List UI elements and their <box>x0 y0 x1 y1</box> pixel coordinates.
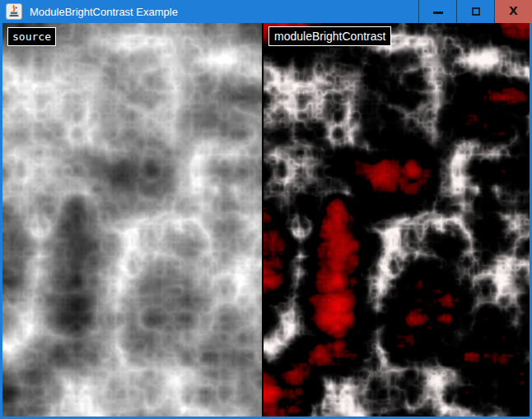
minimize-icon <box>433 12 443 14</box>
source-label: source <box>7 27 56 46</box>
image-grid: source moduleBrightContrast <box>2 23 530 417</box>
panel-modulebrightcontrast: moduleBrightContrast <box>264 23 530 417</box>
close-icon: X <box>509 5 518 16</box>
panel-source: source <box>2 23 262 417</box>
window-title: ModuleBrightContrast Example <box>30 6 418 18</box>
titlebar[interactable]: ModuleBrightContrast Example X <box>0 0 532 23</box>
java-coffee-icon <box>7 5 21 18</box>
modulebrightcontrast-image <box>264 23 530 417</box>
maximize-button[interactable] <box>456 0 494 23</box>
minimize-button[interactable] <box>418 0 456 23</box>
source-image <box>2 23 262 417</box>
app-window: ModuleBrightContrast Example X source mo… <box>0 0 532 419</box>
modulebrightcontrast-label: moduleBrightContrast <box>268 26 391 46</box>
java-app-icon[interactable] <box>6 3 22 20</box>
maximize-icon <box>472 7 480 16</box>
close-button[interactable]: X <box>494 0 532 23</box>
titlebar-buttons: X <box>418 0 532 23</box>
